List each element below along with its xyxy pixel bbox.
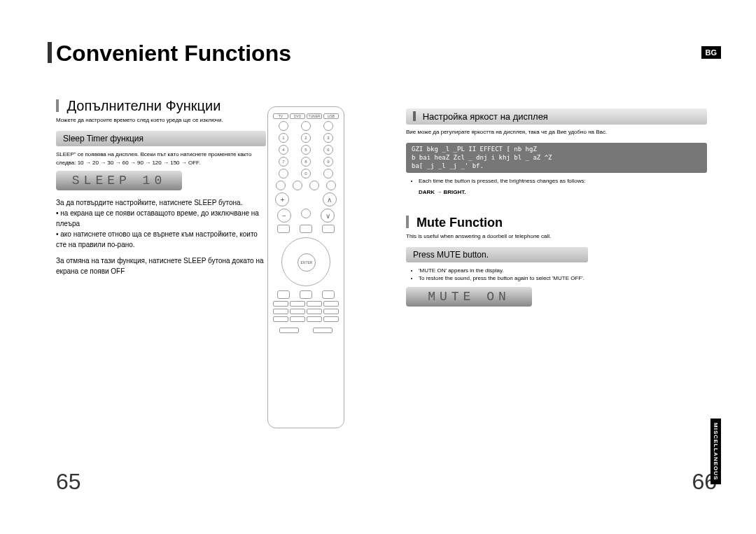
- remote-dpad: ENTER: [281, 237, 330, 286]
- remote-btn-misc1: [279, 169, 288, 178]
- mute-bullet-1: 'MUTE ON' appears in the display.: [419, 267, 707, 274]
- remote-btn-grid5: [273, 309, 288, 314]
- section-side-tab: MISCELLANEOUS: [710, 419, 721, 484]
- mute-func-box: Press MUTE button.: [406, 247, 588, 262]
- left-column: Допълнителни Функции Можете да настроите…: [56, 98, 266, 282]
- intro-text: Можете да настроите времето след което у…: [56, 117, 266, 124]
- remote-btn-dimmer: [313, 328, 332, 333]
- right-column: Настройка яркост на дисплея Вие може да …: [406, 108, 707, 314]
- remote-btn-transport1: [276, 181, 286, 190]
- remote-btn-row1b: [300, 225, 312, 233]
- remote-num-0: 0: [301, 169, 311, 178]
- remote-btn-grid4: [323, 301, 339, 307]
- remote-btn-tv: TV: [273, 113, 288, 119]
- remote-btn-grid1: [273, 301, 288, 307]
- gray-instruction-box: GZI bkg _l _PL II EFFECT [ nb hgZ b bai …: [406, 143, 707, 173]
- remote-btn-volume-down: −: [277, 209, 291, 223]
- title-accent-bar: [48, 42, 52, 63]
- mute-bullet-2: To restore the sound, press the button a…: [419, 274, 707, 282]
- remote-num-8: 8: [301, 157, 311, 167]
- subheading-bar-icon: [406, 216, 409, 228]
- remote-btn-row2a: [277, 290, 290, 299]
- remote-btn-grid8: [323, 309, 339, 314]
- function-desc: SLEEP" се появява на дисплея. Всеки път …: [56, 150, 266, 166]
- section-brightness: Настройка яркост на дисплея Вие може да …: [406, 108, 707, 196]
- confirm-text: За да потвърдите настройките, натиснете …: [56, 197, 266, 250]
- remote-btn-prog-up: ∧: [323, 192, 337, 206]
- remote-btn-sleep: [279, 328, 299, 333]
- sub-heading-text: Допълнителни Функции: [67, 98, 221, 113]
- mute-heading: Mute Function: [406, 216, 707, 230]
- cancel-text: За отмяна на тази функция, натиснете SLE…: [56, 255, 266, 276]
- brightness-intro: Вие може да регулирате яркостта на диспл…: [406, 129, 707, 136]
- remote-num-9: 9: [323, 157, 333, 167]
- sub-heading: Допълнителни Функции: [56, 98, 266, 114]
- display-readout-mute: MUTE ON: [406, 287, 532, 307]
- remote-btn-dvd: DVD: [290, 113, 305, 119]
- remote-btn-row2b: [300, 290, 312, 299]
- remote-btn-row2c: [322, 290, 335, 299]
- remote-btn-grid12: [323, 316, 339, 322]
- subheading-bar-icon: [56, 99, 59, 112]
- remote-num-3: 3: [323, 133, 333, 143]
- remote-btn-grid11: [307, 316, 322, 322]
- remote-illustration: TV DVD TUNER USB 1 2 3 4 5 6 7 8 9 0: [267, 106, 344, 428]
- mute-bullets: 'MUTE ON' appears in the display. To res…: [412, 267, 707, 282]
- remote-num-1: 1: [279, 133, 288, 143]
- remote-btn-grid10: [290, 316, 305, 322]
- remote-dpad-enter: ENTER: [298, 253, 316, 272]
- page-number-left: 65: [56, 469, 81, 495]
- remote-btn-transport2: [293, 181, 302, 190]
- remote-btn-grid9: [273, 316, 288, 322]
- section-mute: Mute Function This is useful when answer…: [406, 216, 707, 307]
- remote-btn-row1c: [322, 225, 335, 233]
- remote-btn-grid7: [307, 309, 322, 314]
- mute-func-label: Press MUTE button.: [413, 250, 489, 260]
- remote-num-6: 6: [323, 145, 333, 155]
- remote-btn-grid6: [290, 309, 305, 314]
- remote-btn-prog-down: ∨: [321, 209, 335, 223]
- remote-btn-misc2: [323, 169, 333, 178]
- remote-btn-volume-up: +: [275, 192, 289, 206]
- remote-btn-transport4: [326, 181, 336, 190]
- page-title: Convenient Functions: [56, 41, 291, 66]
- remote-btn-open: [301, 121, 311, 131]
- remote-btn-tvon: [323, 121, 333, 131]
- brightness-bullets: Each time the button is pressed, the bri…: [412, 177, 707, 185]
- remote-btn-mute: [301, 209, 311, 218]
- language-tag: BG: [701, 46, 722, 59]
- remote-btn-power: [279, 121, 288, 131]
- mute-intro: This is useful when answering a doorbell…: [406, 233, 707, 240]
- section-sleep-timer: Допълнителни Функции Можете да настроите…: [56, 98, 266, 276]
- subheading-bar-icon: [413, 111, 416, 121]
- remote-num-2: 2: [301, 133, 311, 143]
- remote-btn-usb: USB: [323, 113, 339, 119]
- display-readout-sleep: SLEEP 10: [56, 171, 182, 190]
- brightness-bullet-1: Each time the button is pressed, the bri…: [419, 177, 707, 185]
- remote-btn-grid3: [307, 301, 322, 307]
- remote-num-7: 7: [279, 157, 288, 167]
- brightness-sequence: DARK → BRIGHT.: [419, 188, 707, 196]
- function-label-box: Sleep Timer функция: [56, 131, 266, 146]
- mute-heading-text: Mute Function: [416, 216, 503, 230]
- remote-btn-row1a: [277, 225, 290, 233]
- remote-num-4: 4: [279, 145, 288, 155]
- remote-btn-grid2: [290, 301, 305, 307]
- remote-num-5: 5: [301, 145, 311, 155]
- remote-btn-transport3: [309, 181, 319, 190]
- remote-btn-tuner: TUNER: [307, 113, 322, 119]
- brightness-heading: Настройка яркост на дисплея: [423, 111, 548, 122]
